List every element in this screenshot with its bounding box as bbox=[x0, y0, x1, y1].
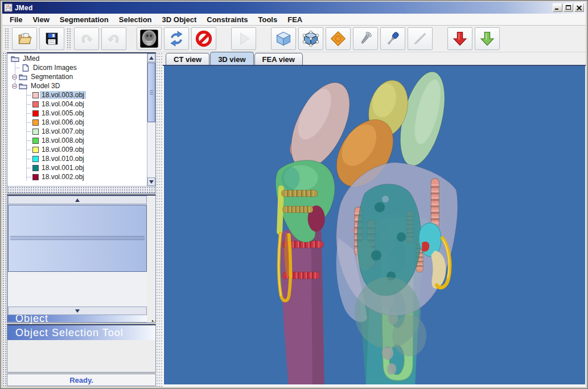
tree-item-obj[interactable]: 18.vol.008.obj bbox=[7, 136, 147, 145]
cancel-icon bbox=[195, 30, 212, 47]
object-panel-title: Object bbox=[7, 315, 147, 322]
export-button[interactable] bbox=[475, 27, 500, 50]
title-bar[interactable]: JMed bbox=[2, 2, 586, 14]
redo-button[interactable] bbox=[101, 27, 126, 50]
selection-tool-title: Object Selection Tool bbox=[7, 325, 155, 340]
menu-fea[interactable]: FEA bbox=[282, 14, 307, 25]
undo-button[interactable] bbox=[74, 27, 99, 50]
viewport-frame bbox=[163, 66, 586, 387]
tree-item-obj[interactable]: 18.vol.009.obj bbox=[7, 145, 147, 154]
cube-edit-button[interactable] bbox=[298, 27, 323, 50]
tree-vertical-scrollbar[interactable] bbox=[147, 53, 155, 186]
object-vertical-scrollbar[interactable] bbox=[7, 196, 147, 315]
menu-3d-object[interactable]: 3D Object bbox=[157, 14, 202, 25]
menu-view[interactable]: View bbox=[27, 14, 54, 25]
scroll-up-button[interactable] bbox=[8, 196, 147, 204]
tree-item-obj[interactable]: 18.vol.002.obj bbox=[7, 172, 147, 181]
tree-node-model-3d[interactable]: Model 3D bbox=[7, 81, 147, 90]
import-red-arrow-icon bbox=[451, 30, 468, 47]
expand-handle-icon[interactable] bbox=[12, 84, 17, 89]
color-chip bbox=[32, 129, 39, 135]
cube-view-button[interactable] bbox=[271, 27, 296, 50]
cube-points-icon bbox=[302, 30, 319, 47]
object-horizontal-scrollbar[interactable] bbox=[7, 322, 147, 322]
view-tabs-pane: CT view 3D view FEA view bbox=[163, 52, 586, 387]
viewport-3d[interactable] bbox=[164, 66, 585, 384]
scroll-thumb[interactable] bbox=[8, 205, 147, 272]
selection-tool-panel: Object Selection Tool bbox=[7, 324, 156, 373]
tree-item-obj[interactable]: 18.vol.006.obj bbox=[7, 118, 147, 127]
color-chip bbox=[32, 165, 39, 171]
toolbar-grip[interactable] bbox=[5, 28, 10, 49]
left-edge-grip bbox=[2, 52, 7, 387]
left-column: JMed Dicom Images Segmen bbox=[7, 52, 156, 387]
run-button[interactable] bbox=[231, 27, 256, 50]
name-label: Name bbox=[151, 319, 155, 322]
tree-item-obj[interactable]: 18.vol.004.obj bbox=[7, 100, 147, 109]
tab-ct-view[interactable]: CT view bbox=[166, 53, 209, 65]
minimize-icon bbox=[555, 9, 558, 10]
k-wire-icon bbox=[412, 30, 429, 47]
tree-item-obj[interactable]: 18.vol.010.obj bbox=[7, 154, 147, 163]
color-chip bbox=[32, 156, 39, 162]
cancel-button[interactable] bbox=[191, 27, 216, 50]
minimize-button[interactable] bbox=[553, 3, 562, 12]
tree-item-obj[interactable]: 18.vol.005.obj bbox=[7, 109, 147, 118]
maximize-icon bbox=[566, 5, 571, 10]
toolbar-grip[interactable] bbox=[67, 28, 72, 49]
tree-item-obj[interactable]: 18.vol.003.obj bbox=[7, 90, 147, 100]
tree-horizontal-scrollbar[interactable] bbox=[7, 186, 155, 193]
scroll-thumb[interactable] bbox=[147, 63, 155, 122]
screw-button[interactable] bbox=[353, 27, 378, 50]
redo-icon bbox=[106, 31, 122, 47]
tab-fea-view[interactable]: FEA view bbox=[254, 53, 303, 65]
menu-tools[interactable]: Tools bbox=[253, 14, 282, 25]
scroll-up-button[interactable] bbox=[147, 53, 155, 62]
app-window: JMed File View Segmentation Selection 3D… bbox=[0, 0, 588, 389]
color-chip bbox=[32, 92, 39, 98]
project-tree: JMed Dicom Images Segmen bbox=[7, 53, 147, 186]
scroll-down-button[interactable] bbox=[147, 177, 155, 186]
object-form: Name 18.vol.003.obj Color color Material… bbox=[147, 315, 155, 322]
ct-image-icon bbox=[139, 29, 159, 48]
folder-icon bbox=[19, 73, 27, 80]
close-button[interactable] bbox=[574, 3, 584, 12]
tree-item-obj[interactable]: 18.vol.007.obj bbox=[7, 127, 147, 136]
ct-image-button[interactable] bbox=[137, 27, 162, 50]
split-pane-divider[interactable] bbox=[156, 52, 163, 387]
open-icon bbox=[17, 31, 32, 47]
object-panel: Object Name 18.vol.003.obj Color color bbox=[7, 194, 156, 323]
java-cup-icon bbox=[4, 3, 13, 12]
tree-node-segmentation[interactable]: Segmentation bbox=[7, 72, 147, 81]
tree-item-obj[interactable]: 18.vol.001.obj bbox=[7, 163, 147, 172]
refresh-button[interactable] bbox=[164, 27, 189, 50]
color-chip bbox=[32, 147, 39, 153]
color-chip bbox=[32, 101, 39, 107]
color-chip bbox=[32, 110, 39, 117]
cube-icon bbox=[275, 30, 292, 47]
export-green-arrow-icon bbox=[479, 30, 496, 47]
bone-model-rendering bbox=[164, 66, 585, 384]
color-chip bbox=[32, 138, 39, 144]
tab-3d-view[interactable]: 3D view bbox=[210, 52, 253, 65]
tree-node-dicom-images[interactable]: Dicom Images bbox=[7, 63, 147, 72]
refresh-icon bbox=[168, 30, 185, 47]
k-wire-button[interactable] bbox=[408, 27, 433, 50]
menu-constraints[interactable]: Constraints bbox=[202, 14, 253, 25]
document-icon bbox=[22, 64, 29, 72]
save-button[interactable] bbox=[39, 27, 64, 50]
screwdriver-button[interactable] bbox=[380, 27, 405, 50]
open-button[interactable] bbox=[12, 27, 37, 50]
project-tree-panel: JMed Dicom Images Segmen bbox=[7, 52, 156, 193]
maximize-button[interactable] bbox=[564, 3, 573, 12]
expand-handle-icon[interactable] bbox=[12, 75, 17, 80]
scroll-down-button[interactable] bbox=[8, 307, 147, 315]
menu-segmentation[interactable]: Segmentation bbox=[55, 14, 114, 25]
window-title: JMed bbox=[15, 4, 32, 12]
tree-node-root[interactable]: JMed bbox=[7, 54, 147, 63]
ffd-button[interactable] bbox=[326, 27, 351, 50]
menu-selection[interactable]: Selection bbox=[114, 14, 157, 25]
menu-file[interactable]: File bbox=[5, 14, 27, 25]
import-button[interactable] bbox=[447, 27, 472, 50]
save-icon bbox=[44, 31, 60, 47]
